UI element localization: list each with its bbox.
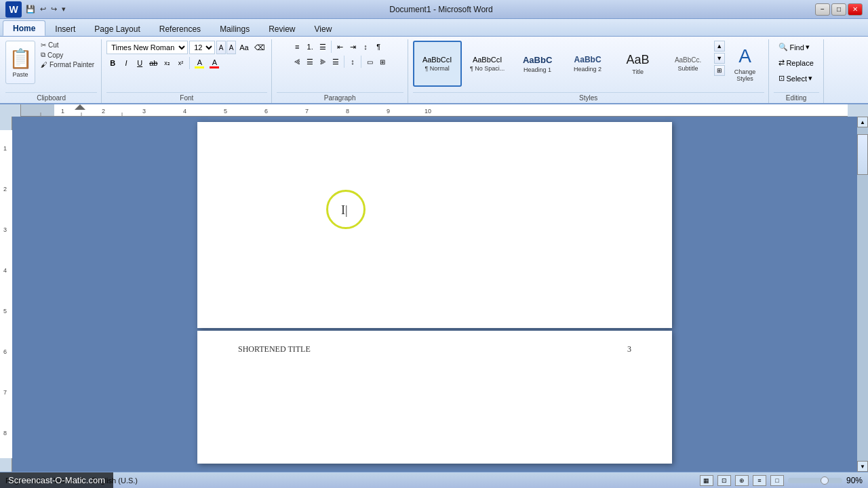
font-color-button[interactable]: A: [208, 57, 221, 69]
vertical-scrollbar[interactable]: ▲ ▼: [857, 117, 868, 472]
tab-mailings[interactable]: Mailings: [210, 22, 259, 36]
font-group: Times New Roman 12 A A Aa ⌫ B I U ab: [102, 39, 271, 103]
title-preview: AaB: [627, 53, 650, 67]
save-icon[interactable]: 💾: [24, 3, 37, 15]
find-button[interactable]: 🔍 Find ▾: [775, 41, 812, 54]
tab-home[interactable]: Home: [3, 20, 45, 36]
styles-scroll-up[interactable]: ▲: [714, 41, 725, 52]
copy-button[interactable]: ⧉ Copy: [38, 50, 97, 60]
format-painter-button[interactable]: 🖌 Format Painter: [38, 60, 97, 69]
zoom-slider[interactable]: [788, 478, 842, 483]
font-format-row: B I U ab x₂ x² A A: [106, 57, 221, 69]
paste-button[interactable]: 📋 Paste: [5, 41, 35, 84]
shading-button[interactable]: ▭: [363, 56, 376, 68]
increase-indent-button[interactable]: ⇥: [347, 41, 359, 53]
decrease-indent-button[interactable]: ⇤: [334, 41, 346, 53]
document-scroll-area[interactable]: I| SHORTENED TITLE 3: [12, 117, 857, 472]
center-button[interactable]: ☰: [304, 56, 316, 68]
ruler-left-margin: [0, 104, 20, 117]
web-layout-view-button[interactable]: ⊕: [735, 475, 749, 486]
find-dropdown-icon: ▾: [806, 43, 810, 52]
strikethrough-button[interactable]: ab: [147, 57, 159, 69]
tab-review[interactable]: Review: [259, 22, 304, 36]
format-painter-icon: 🖌: [41, 61, 47, 68]
cut-button[interactable]: ✂ Cut: [38, 41, 97, 49]
superscript-button[interactable]: x²: [174, 57, 186, 69]
print-layout-view-button[interactable]: ▦: [700, 475, 713, 486]
underline-button[interactable]: U: [134, 57, 146, 69]
font-name-row: Times New Roman 12 A A Aa ⌫: [106, 41, 267, 54]
redo-icon[interactable]: ↪: [50, 3, 58, 15]
replace-button[interactable]: ⇄ Replace: [775, 56, 816, 69]
align-left-button[interactable]: ⫷: [291, 56, 303, 68]
svg-rect-2: [20, 104, 21, 117]
replace-icon: ⇄: [778, 58, 785, 67]
clear-formatting-button[interactable]: ⌫: [252, 41, 267, 54]
svg-text:1: 1: [61, 108, 64, 115]
undo-icon[interactable]: ↩: [39, 3, 47, 15]
change-styles-button[interactable]: A Change Styles: [726, 41, 764, 87]
svg-text:6: 6: [3, 348, 7, 355]
minimize-button[interactable]: −: [815, 3, 830, 16]
status-bar: Page: 2 of 3 Words: 0 English (U.S.) ▦ ⊡…: [0, 472, 868, 488]
editing-content: 🔍 Find ▾ ⇄ Replace ⊡ Select ▾: [775, 41, 816, 91]
styles-group: AaBbCcI ¶ Normal AaBbCcI ¶ No Spaci... A…: [409, 39, 769, 103]
align-right-button[interactable]: ⫸: [317, 56, 329, 68]
scrollbar-track[interactable]: [857, 127, 868, 461]
show-marks-button[interactable]: ¶: [372, 41, 384, 53]
heading1-preview: AaBbC: [523, 55, 552, 65]
title-bar-left: W 💾 ↩ ↪ ▾: [5, 1, 67, 18]
highlight-color-button[interactable]: A: [193, 57, 206, 69]
zoom-level: 90%: [846, 476, 863, 485]
ribbon: 📋 Paste ✂ Cut ⧉ Copy 🖌 Format Painter Cl…: [0, 37, 868, 104]
style-no-spacing-button[interactable]: AaBbCcI ¶ No Spaci...: [463, 41, 512, 87]
window-controls[interactable]: − □ ✕: [815, 3, 863, 16]
dropdown-icon[interactable]: ▾: [60, 3, 67, 15]
subscript-button[interactable]: x₂: [161, 57, 173, 69]
close-button[interactable]: ✕: [848, 3, 863, 16]
numbering-button[interactable]: 1.: [304, 41, 316, 53]
tab-page-layout[interactable]: Page Layout: [85, 22, 149, 36]
tab-insert[interactable]: Insert: [45, 22, 85, 36]
svg-rect-1: [20, 104, 54, 117]
paragraph-row2: ⫷ ☰ ⫸ ☰ ↕ ▭ ⊞: [291, 56, 389, 68]
style-normal-button[interactable]: AaBbCcI ¶ Normal: [413, 41, 462, 87]
style-subtitle-button[interactable]: AaBbCc. Subtitle: [664, 41, 713, 87]
font-name-select[interactable]: Times New Roman: [106, 41, 188, 54]
tab-references[interactable]: References: [150, 22, 210, 36]
style-heading1-button[interactable]: AaBbC Heading 1: [513, 41, 562, 87]
scroll-down-button[interactable]: ▼: [857, 461, 868, 472]
change-case-button[interactable]: Aa: [237, 41, 250, 54]
draft-view-button[interactable]: □: [770, 475, 784, 486]
page-1-content[interactable]: I|: [197, 122, 672, 328]
change-styles-label: Change Styles: [730, 68, 761, 82]
tab-view[interactable]: View: [305, 22, 342, 36]
change-styles-icon: A: [738, 45, 751, 67]
font-size-select[interactable]: 12: [189, 41, 215, 54]
title-bar: W 💾 ↩ ↪ ▾ Document1 - Microsoft Word − □…: [0, 0, 868, 19]
scroll-up-button[interactable]: ▲: [857, 117, 868, 127]
justify-button[interactable]: ☰: [330, 56, 342, 68]
scrollbar-thumb[interactable]: [857, 134, 868, 175]
line-spacing-button[interactable]: ↕: [347, 56, 359, 68]
select-button[interactable]: ⊡ Select ▾: [775, 72, 816, 85]
bold-button[interactable]: B: [106, 57, 119, 69]
styles-more-button[interactable]: ⊞: [714, 65, 725, 76]
styles-scroll-down[interactable]: ▼: [714, 53, 725, 64]
style-heading2-button[interactable]: AaBbC Heading 2: [564, 41, 612, 87]
borders-button[interactable]: ⊞: [376, 56, 389, 68]
sort-button[interactable]: ↕: [359, 41, 372, 53]
maximize-button[interactable]: □: [831, 3, 846, 16]
outline-view-button[interactable]: ≡: [753, 475, 766, 486]
full-screen-view-button[interactable]: ⊡: [717, 475, 731, 486]
italic-button[interactable]: I: [120, 57, 132, 69]
multilevel-list-button[interactable]: ☰: [317, 41, 329, 53]
shrink-font-button[interactable]: A: [226, 41, 236, 54]
ribbon-tabs: Home Insert Page Layout References Maili…: [0, 19, 868, 37]
cut-icon: ✂: [41, 41, 46, 49]
style-title-button[interactable]: AaB Title: [614, 41, 663, 87]
paragraph-group: ≡ 1. ☰ ⇤ ⇥ ↕ ¶ ⫷ ☰ ⫸ ☰ ↕ ▭ ⊞ Paragraph: [273, 39, 408, 103]
bullets-button[interactable]: ≡: [291, 41, 303, 53]
grow-font-button[interactable]: A: [216, 41, 226, 54]
zoom-thumb[interactable]: [821, 476, 829, 485]
